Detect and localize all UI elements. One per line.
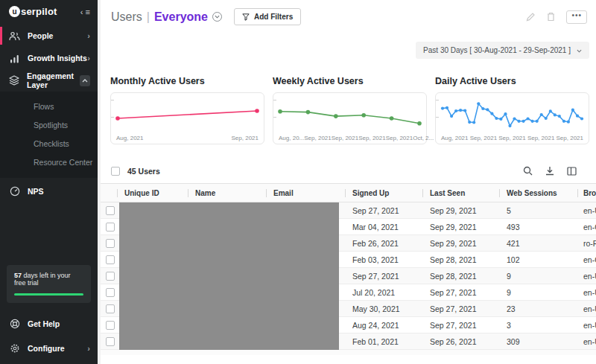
sidebar-item-configure[interactable]: Configure › bbox=[0, 339, 98, 357]
chart-title: Monthly Active Users bbox=[110, 76, 264, 86]
column-header-unique-id[interactable]: Unique ID bbox=[117, 189, 188, 197]
y-tick bbox=[436, 117, 439, 118]
column-header-email[interactable]: Email bbox=[266, 189, 345, 197]
cell-signed-up: Feb 26, 2021 bbox=[345, 239, 422, 248]
row-checkbox[interactable] bbox=[106, 223, 115, 232]
line-chart bbox=[275, 95, 425, 135]
cell-signed-up: Jul 20, 2021 bbox=[345, 288, 422, 297]
cell-last-seen: Sep 29, 2021 bbox=[422, 206, 499, 215]
x-axis-label: Sep, 2021 bbox=[557, 135, 583, 141]
segment-name[interactable]: Everyone bbox=[154, 10, 208, 24]
row-checkbox[interactable] bbox=[106, 321, 115, 330]
sidebar-item-label: Configure bbox=[28, 344, 65, 353]
column-header-signed-up[interactable]: Signed Up bbox=[345, 189, 422, 197]
column-header-browser[interactable]: Browser bbox=[577, 189, 596, 197]
row-checkbox[interactable] bbox=[106, 304, 115, 313]
search-icon[interactable] bbox=[523, 166, 533, 176]
partial-row bbox=[101, 350, 596, 355]
logo-mark: u bbox=[9, 6, 20, 17]
date-range-selector[interactable]: Past 30 Days [ 30-Aug-2021 - 29-Sep-2021… bbox=[416, 42, 589, 59]
segment-dropdown-icon[interactable] bbox=[212, 12, 222, 22]
logo: u serpilot ‹ ≡ bbox=[0, 0, 98, 25]
sidebar-item-label: Growth Insights bbox=[28, 54, 87, 63]
x-axis-labels: Aug, 2021Sep, 2021 bbox=[112, 135, 262, 144]
column-header-name[interactable]: Name bbox=[188, 189, 266, 197]
sidebar-item-spotlights[interactable]: Spotlights bbox=[0, 115, 98, 134]
more-options-button[interactable]: ••• bbox=[566, 10, 587, 24]
cell-last-seen: Sep 29, 2021 bbox=[422, 239, 499, 248]
add-filters-button[interactable]: Add Filters bbox=[234, 8, 301, 25]
chevron-right-icon: › bbox=[87, 54, 90, 63]
chevron-down-icon bbox=[577, 47, 582, 54]
sidebar-item-nps[interactable]: NPS bbox=[0, 182, 98, 200]
user-count: 45 Users bbox=[127, 167, 160, 176]
line-chart bbox=[437, 95, 587, 135]
edit-icon[interactable] bbox=[526, 12, 536, 22]
x-axis-label: Sep, 2021 bbox=[386, 135, 413, 141]
title-separator: | bbox=[147, 10, 150, 24]
sidebar: u serpilot ‹ ≡ People › Growth Insights … bbox=[0, 0, 101, 364]
x-axis-label: Sep, 2021 bbox=[470, 135, 497, 141]
row-checkbox[interactable] bbox=[106, 255, 115, 264]
x-axis-label: Sep, 2021 bbox=[332, 135, 358, 141]
sidebar-item-flows[interactable]: Flows bbox=[0, 97, 98, 115]
date-filter-row: Past 30 Days [ 30-Aug-2021 - 29-Sep-2021… bbox=[101, 25, 596, 59]
sidebar-item-growth-insights[interactable]: Growth Insights › bbox=[0, 49, 98, 67]
cell-browser: en-US bbox=[577, 206, 596, 215]
y-tick bbox=[273, 100, 276, 100]
select-all-checkbox[interactable] bbox=[111, 167, 120, 176]
cell-last-seen: Sep 29, 2021 bbox=[422, 223, 499, 232]
download-icon[interactable] bbox=[545, 166, 554, 176]
column-header-web-sessions[interactable]: Web Sessions bbox=[499, 189, 577, 197]
cell-signed-up: May 30, 2021 bbox=[345, 304, 422, 313]
cell-browser: en-US bbox=[577, 321, 596, 330]
cell-web-sessions: 421 bbox=[499, 239, 577, 248]
bar-chart-icon bbox=[9, 53, 20, 64]
gear-icon bbox=[9, 343, 20, 354]
x-axis-labels: Aug, 2021Sep, 2021Sep, 2021Sep, 2021Sep,… bbox=[437, 135, 587, 144]
cell-web-sessions: 3 bbox=[499, 321, 577, 330]
cell-last-seen: Sep 27, 2021 bbox=[422, 321, 499, 330]
chart-title: Weekly Active Users bbox=[273, 76, 427, 86]
cell-last-seen: Sep 26, 2021 bbox=[422, 337, 499, 346]
sidebar-item-get-help[interactable]: Get Help bbox=[0, 315, 98, 333]
cell-web-sessions: 309 bbox=[499, 337, 577, 346]
logo-text: serpilot bbox=[21, 6, 57, 17]
chart-card[interactable]: Aug, 20...Sep, 2021Sep, 2021Sep, 2021Sep… bbox=[273, 92, 427, 144]
segment-actions: ••• bbox=[526, 10, 587, 24]
x-axis-label: Aug, 2021 bbox=[116, 135, 143, 141]
sidebar-item-resource-center[interactable]: Resource Center bbox=[0, 153, 98, 171]
chart-card[interactable]: Aug, 2021Sep, 2021Sep, 2021Sep, 2021Sep,… bbox=[435, 92, 589, 144]
column-header-last-seen[interactable]: Last Seen bbox=[422, 189, 499, 197]
x-axis-label: Sep, 2021 bbox=[358, 135, 385, 141]
row-checkbox[interactable] bbox=[106, 206, 115, 215]
collapse-submenu-button[interactable] bbox=[80, 75, 90, 86]
gauge-icon bbox=[9, 186, 20, 197]
columns-icon[interactable] bbox=[567, 167, 577, 176]
cell-signed-up: Aug 24, 2021 bbox=[345, 321, 422, 330]
sidebar-collapse-icon[interactable]: ‹ ≡ bbox=[80, 7, 90, 16]
x-axis-label: Sep, 2021 bbox=[527, 135, 554, 141]
cell-signed-up: Sep 27, 2021 bbox=[345, 272, 422, 281]
row-checkbox[interactable] bbox=[106, 288, 115, 297]
chart-title: Daily Active Users bbox=[435, 76, 589, 86]
lifebuoy-icon bbox=[9, 319, 20, 330]
row-checkbox[interactable] bbox=[106, 272, 115, 281]
table-header: Unique IDNameEmailSigned UpLast SeenWeb … bbox=[101, 183, 596, 202]
delete-icon[interactable] bbox=[547, 12, 555, 22]
chevron-right-icon: › bbox=[87, 344, 90, 353]
cell-last-seen: Sep 27, 2021 bbox=[422, 288, 499, 297]
row-checkbox[interactable] bbox=[106, 239, 115, 248]
x-axis-label: Aug, 2021 bbox=[441, 135, 468, 141]
cell-signed-up: Feb 03, 2021 bbox=[345, 255, 422, 264]
cell-web-sessions: 102 bbox=[499, 255, 577, 264]
sidebar-item-checklists[interactable]: Checklists bbox=[0, 134, 98, 153]
app-root: u serpilot ‹ ≡ People › Growth Insights … bbox=[0, 0, 596, 364]
row-checkbox[interactable] bbox=[106, 337, 115, 346]
chart-card[interactable]: Aug, 2021Sep, 2021 bbox=[110, 92, 264, 144]
cell-web-sessions: 9 bbox=[499, 288, 577, 297]
sidebar-item-people[interactable]: People › bbox=[0, 27, 98, 45]
sidebar-item-engagement-layer[interactable]: Engagement Layer bbox=[0, 71, 98, 89]
cell-signed-up: Sep 27, 2021 bbox=[345, 206, 422, 215]
cell-web-sessions: 23 bbox=[499, 304, 577, 313]
